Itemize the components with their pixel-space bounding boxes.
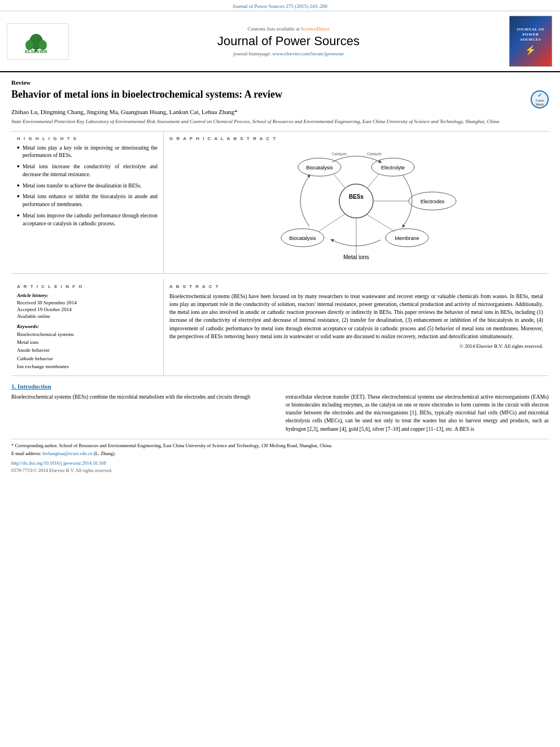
intro-heading: 1. Introduction <box>11 383 549 390</box>
graphical-abstract-col: G R A P H I C A L A B S T R A C T BESs B… <box>164 132 549 273</box>
affiliation-text: State Environmental Protection Key Labor… <box>11 118 549 125</box>
journal-citation: Journal of Power Sources 275 (2015) 243–… <box>233 3 327 9</box>
highlight-item-5: Metal ions improve the cathodic performa… <box>17 212 158 228</box>
keyword-2: Metal ions <box>17 338 158 346</box>
elsevier-img: ELSEVIER <box>10 26 66 57</box>
corresponding-author: * Corresponding author. School of Resour… <box>11 443 549 449</box>
journal-citation-bar: Journal of Power Sources 275 (2015) 243–… <box>0 0 560 11</box>
article-body: Review Behavior of metal ions in bioelec… <box>0 72 560 480</box>
svg-text:ELSEVIER: ELSEVIER <box>25 49 47 53</box>
svg-line-9 <box>334 174 345 188</box>
contents-line: Contents lists available at ScienceDirec… <box>75 26 502 32</box>
article-title: Behavior of metal ions in bioelectrochem… <box>11 88 525 101</box>
page: Journal of Power Sources 275 (2015) 243–… <box>0 0 560 480</box>
svg-line-23 <box>318 214 345 231</box>
highlights-list: Metal ions play a key role in improving … <box>17 145 158 228</box>
intro-left-col: Bioelectrochemical systems (BESs) combin… <box>11 393 274 433</box>
email-label: E-mail address: <box>11 451 41 456</box>
svg-line-12 <box>368 174 379 188</box>
doi-line[interactable]: http://dx.doi.org/10.1016/j.jpowsour.201… <box>11 460 549 466</box>
article-type: Review <box>11 79 549 86</box>
footnote-section: * Corresponding author. School of Resour… <box>11 439 549 473</box>
svg-text:Electrolyte: Electrolyte <box>381 165 405 171</box>
copyright-text: © 2014 Elsevier B.V. All rights reserved… <box>169 343 543 349</box>
sciencedirect-link[interactable]: ScienceDirect <box>301 26 329 32</box>
info-abstract-section: A R T I C L E I N F O Article history: R… <box>11 279 549 376</box>
graphical-abstract-title: G R A P H I C A L A B S T R A C T <box>169 136 543 141</box>
introduction-section: 1. Introduction Bioelectrochemical syste… <box>11 383 549 433</box>
article-info-col: A R T I C L E I N F O Article history: R… <box>11 279 164 375</box>
header-center: Contents lists available at ScienceDirec… <box>75 26 502 56</box>
svg-text:Metal ions: Metal ions <box>343 254 369 260</box>
svg-text:BESs: BESs <box>349 194 364 200</box>
keyword-4: Cathode behavior <box>17 355 158 362</box>
authors-line: Zhihao Lu, Dingming Chang, Jingxing Ma, … <box>11 108 549 115</box>
email-person: (L. Zhang). <box>94 451 116 456</box>
homepage-line: journal homepage: www.elsevier.com/locat… <box>75 51 502 56</box>
highlight-item-3: Metal ions transfer to achieve the desal… <box>17 182 158 190</box>
elsevier-logo-area: ELSEVIER <box>7 23 69 60</box>
journal-cover-right: JOURNAL OFPOWERSOURCES ⚡ <box>508 16 553 67</box>
journal-title: Journal of Power Sources <box>75 34 502 49</box>
accepted-date: Accepted 19 October 2014 <box>17 307 158 312</box>
journal-header: ELSEVIER Contents lists available at Sci… <box>0 11 560 72</box>
highlight-item-2: Metal ions increase the conductivity of … <box>17 163 158 179</box>
bes-diagram-svg: BESs Biocatalysis Electrolyte Electrodes <box>246 147 466 266</box>
received-date: Received 30 September 2014 <box>17 300 158 305</box>
abstract-text: Bioelectrochemical systems (BESs) have b… <box>169 292 543 341</box>
svg-text:Biocatalysis: Biocatalysis <box>306 165 333 171</box>
svg-text:Catalysts: Catalysts <box>332 152 347 156</box>
intro-right-text: extracellular electron transfer (EET). T… <box>286 394 549 432</box>
highlight-item-1: Metal ions play a key role in improving … <box>17 145 158 160</box>
homepage-url[interactable]: www.elsevier.com/locate/jpowsour <box>273 51 344 56</box>
svg-text:Electrodes: Electrodes <box>421 199 445 204</box>
highlight-item-4: Metal ions enhance or inhibit the biocat… <box>17 193 158 209</box>
intro-left-text: Bioelectrochemical systems (BESs) combin… <box>11 394 250 400</box>
svg-text:Membrane: Membrane <box>395 235 419 241</box>
highlights-graphical-section: H I G H L I G H T S Metal ions play a ke… <box>11 131 549 274</box>
keyword-3: Anode behavior <box>17 346 158 354</box>
svg-text:Catalysts: Catalysts <box>367 152 382 156</box>
history-label: Article history: <box>17 292 158 298</box>
highlights-col: H I G H L I G H T S Metal ions play a ke… <box>11 132 164 273</box>
crossmark-badge: ✓ CrossMark <box>531 90 549 108</box>
email-line: E-mail address: lezhanghua@ecust.edu.cn … <box>11 451 549 457</box>
svg-text:Biocatalysis: Biocatalysis <box>289 235 316 241</box>
highlights-title: H I G H L I G H T S <box>17 136 158 141</box>
journal-cover-image: JOURNAL OFPOWERSOURCES ⚡ <box>509 16 552 67</box>
abstract-title: A B S T R A C T <box>169 284 543 289</box>
svg-line-18 <box>366 214 395 231</box>
svg-point-5 <box>339 184 373 218</box>
elsevier-logo: ELSEVIER <box>7 23 69 60</box>
keyword-1: Bioelectrochemical systems <box>17 330 158 338</box>
email-address[interactable]: lezhanghua@ecust.edu.cn <box>42 451 93 456</box>
article-info-title: A R T I C L E I N F O <box>17 284 158 289</box>
keyword-5: Ion exchange membranes <box>17 362 158 370</box>
elsevier-tree-svg: ELSEVIER <box>15 29 60 53</box>
abstract-col: A B S T R A C T Bioelectrochemical syste… <box>164 279 549 375</box>
issn-copyright: 0378-7753/© 2014 Elsevier B.V. All right… <box>11 468 549 473</box>
intro-two-col: Bioelectrochemical systems (BESs) combin… <box>11 393 549 433</box>
intro-right-col: extracellular electron transfer (EET). T… <box>286 393 549 433</box>
title-row: Behavior of metal ions in bioelectrochem… <box>11 88 549 108</box>
graphical-diagram: BESs Biocatalysis Electrolyte Electrodes <box>169 145 543 269</box>
keywords-label: Keywords: <box>17 324 158 329</box>
keywords-list: Bioelectrochemical systems Metal ions An… <box>17 330 158 371</box>
available-online: Available online <box>17 313 158 319</box>
